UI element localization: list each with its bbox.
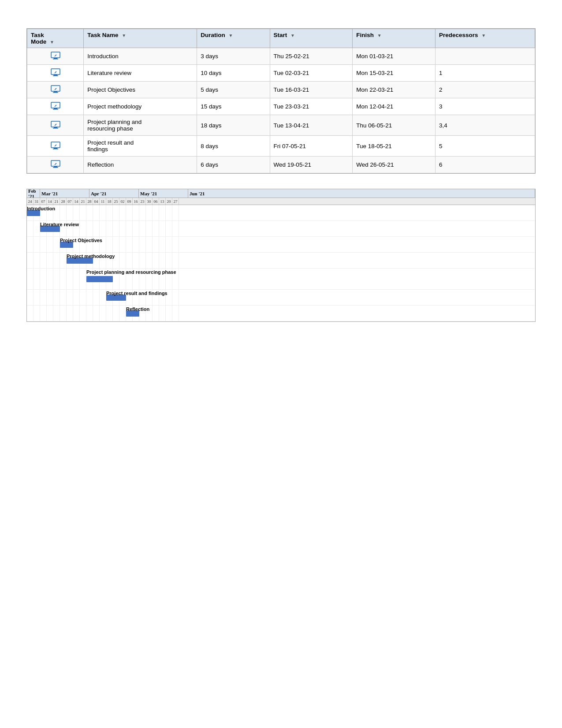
task-duration-cell: 3 days — [197, 48, 270, 65]
gantt-month-apr: Apr '21 — [89, 189, 139, 198]
gantt-day-cell: 07 — [67, 198, 73, 205]
gantt-day-cell: 16 — [133, 198, 139, 205]
filter-icon-task-name: ▼ — [122, 33, 126, 38]
task-mode-icon — [51, 142, 60, 149]
th-start[interactable]: Start ▼ — [270, 29, 353, 48]
task-predecessors-cell: 3 — [435, 98, 535, 115]
task-mode-icon — [51, 85, 60, 93]
task-mode-cell — [27, 157, 84, 173]
gantt-day-cell: 14 — [73, 198, 80, 205]
task-finish-cell: Mon 12-04-21 — [353, 98, 435, 115]
gantt-day-cell: 14 — [47, 198, 53, 205]
task-table: TaskMode ▼ Task Name ▼ Duration ▼ Start … — [27, 29, 535, 173]
task-predecessors-cell: 3,4 — [435, 115, 535, 136]
task-name-cell: Project Objectives — [84, 82, 197, 98]
svg-rect-16 — [51, 121, 60, 127]
task-mode-cell — [27, 82, 84, 98]
task-finish-cell: Thu 06-05-21 — [353, 115, 435, 136]
svg-rect-2 — [53, 59, 58, 60]
svg-rect-21 — [54, 148, 57, 149]
filter-icon-finish: ▼ — [377, 33, 382, 38]
task-name-cell: Project methodology — [84, 98, 197, 115]
gantt-month-jun: Jun '21 — [188, 189, 535, 198]
gantt-month-mar: Mar '21 — [40, 189, 89, 198]
task-duration-cell: 5 days — [197, 82, 270, 98]
task-start-cell: Thu 25-02-21 — [270, 48, 353, 65]
task-mode-icon — [51, 121, 60, 129]
task-start-cell: Tue 23-03-21 — [270, 98, 353, 115]
gantt-chart: Feb '21 Mar '21 Apr '21 May '21 Jun '21 … — [26, 189, 536, 322]
gantt-row-bg: Project methodology — [27, 253, 535, 269]
gantt-day-cell: 23 — [139, 198, 146, 205]
gantt-bar-label: Reflection — [126, 306, 149, 312]
task-name-cell: Project result and findings — [84, 136, 197, 157]
gantt-day-cell: 28 — [86, 198, 93, 205]
task-predecessors-cell — [435, 48, 535, 65]
th-finish[interactable]: Finish ▼ — [353, 29, 435, 48]
task-start-cell: Tue 16-03-21 — [270, 82, 353, 98]
gantt-bar-label: Project Objectives — [60, 238, 102, 243]
task-name-cell: Reflection — [84, 157, 197, 173]
gantt-day-cell: 28 — [60, 198, 67, 205]
task-name-cell: Introduction — [84, 48, 197, 65]
gantt-day-cell: 20 — [166, 198, 172, 205]
gantt-bar-label: Project methodology — [67, 254, 115, 259]
gantt-row-bg: Reflection — [27, 306, 535, 321]
svg-rect-4 — [51, 69, 60, 75]
gantt-row-bg: Project planning and resourcing phase — [27, 269, 535, 290]
gantt-days-header: 2431071421280714212804111825020916233006… — [27, 198, 535, 205]
task-start-cell: Tue 13-04-21 — [270, 115, 353, 136]
svg-rect-12 — [51, 102, 60, 108]
gantt-day-cell: 09 — [126, 198, 133, 205]
task-mode-icon — [51, 52, 60, 60]
svg-rect-9 — [54, 91, 57, 92]
svg-rect-5 — [54, 75, 57, 75]
task-name-cell: Project planning and resourcing phase — [84, 115, 197, 136]
task-duration-cell: 10 days — [197, 65, 270, 82]
table-header-row: TaskMode ▼ Task Name ▼ Duration ▼ Start … — [27, 29, 535, 48]
task-duration-cell: 6 days — [197, 157, 270, 173]
task-duration-cell: 15 days — [197, 98, 270, 115]
task-predecessors-cell: 6 — [435, 157, 535, 173]
table-row: Project planning and resourcing phase18 … — [27, 115, 535, 136]
th-predecessors[interactable]: Predecessors ▼ — [435, 29, 535, 48]
gantt-body: IntroductionLiterature reviewProject Obj… — [27, 205, 535, 321]
task-start-cell: Tue 02-03-21 — [270, 65, 353, 82]
task-finish-cell: Mon 01-03-21 — [353, 48, 435, 65]
gantt-day-cell: 06 — [153, 198, 159, 205]
task-mode-cell — [27, 98, 84, 115]
svg-rect-1 — [54, 58, 57, 59]
svg-rect-25 — [54, 166, 57, 167]
task-finish-cell: Tue 18-05-21 — [353, 136, 435, 157]
filter-icon-start: ▼ — [290, 33, 295, 38]
gantt-day-cell: 30 — [146, 198, 153, 205]
svg-rect-20 — [51, 142, 60, 148]
gantt-bar-label: Project planning and resourcing phase — [86, 269, 176, 275]
task-mode-cell — [27, 136, 84, 157]
th-task-name[interactable]: Task Name ▼ — [84, 29, 197, 48]
task-finish-cell: Mon 22-03-21 — [353, 82, 435, 98]
table-row: Literature review10 daysTue 02-03-21Mon … — [27, 65, 535, 82]
gantt-day-cell: 02 — [119, 198, 126, 205]
gantt-day-cell: 07 — [40, 198, 47, 205]
filter-icon-predecessors: ▼ — [481, 33, 486, 38]
gantt-month-may: May '21 — [139, 189, 188, 198]
svg-rect-22 — [53, 149, 58, 149]
table-row: Reflection6 daysWed 19-05-21Wed 26-05-21… — [27, 157, 535, 173]
task-mode-cell — [27, 48, 84, 65]
gantt-day-cell: 04 — [93, 198, 100, 205]
task-finish-cell: Mon 15-03-21 — [353, 65, 435, 82]
svg-rect-24 — [51, 161, 60, 166]
filter-icon-duration: ▼ — [228, 33, 233, 38]
th-duration[interactable]: Duration ▼ — [197, 29, 270, 48]
th-task-mode[interactable]: TaskMode ▼ — [27, 29, 84, 48]
svg-rect-8 — [51, 86, 60, 91]
svg-rect-26 — [53, 167, 58, 168]
gantt-bar-label: Introduction — [27, 206, 55, 211]
task-mode-icon — [51, 102, 60, 110]
svg-rect-10 — [53, 92, 58, 93]
gantt-day-cell: 27 — [172, 198, 179, 205]
task-start-cell: Fri 07-05-21 — [270, 136, 353, 157]
svg-rect-0 — [51, 52, 60, 58]
task-finish-cell: Wed 26-05-21 — [353, 157, 435, 173]
